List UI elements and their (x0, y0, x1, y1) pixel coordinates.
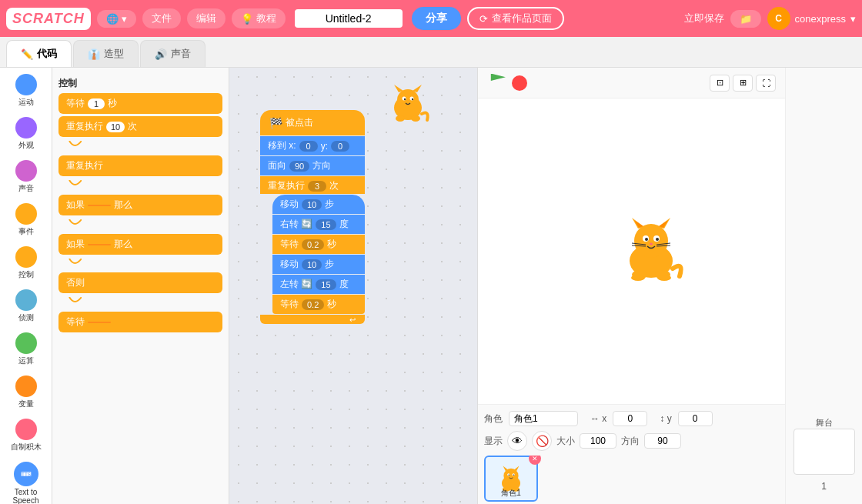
move2-val[interactable]: 10 (302, 259, 322, 270)
block-categories: 运动 外观 声音 事件 控制 侦测 运算 变量 (0, 68, 52, 504)
stage-right-controls (792, 74, 856, 105)
goto-y-val[interactable]: 0 (331, 141, 349, 152)
category-motion[interactable]: 运动 (2, 71, 50, 111)
view-project-button[interactable]: ⟳ 查看作品页面 (467, 7, 564, 30)
share-button[interactable]: 分享 (412, 7, 461, 30)
edit-menu[interactable]: 编辑 (187, 8, 226, 28)
wait-condition[interactable] (88, 322, 111, 323)
sprite-name-row: 角色 ↔ x ↕ y (484, 411, 779, 426)
category-operators[interactable]: 运算 (2, 329, 50, 369)
category-control[interactable]: 控制 (2, 243, 50, 283)
sb-move2[interactable]: 移动 10 步 (272, 255, 365, 274)
sb-turn-left[interactable]: 左转 🔄 15 度 (272, 275, 365, 294)
show-eye-button[interactable]: 👁 (507, 431, 527, 451)
tab-costume-label: 造型 (104, 47, 124, 61)
block-wait-until[interactable]: 等待 (58, 312, 222, 332)
if-else-condition[interactable] (88, 244, 111, 245)
svg-point-36 (508, 474, 510, 476)
svg-point-20 (656, 238, 659, 241)
block-repeat[interactable]: 重复执行 10 次 (58, 116, 222, 137)
size-input[interactable] (580, 433, 616, 449)
hide-button[interactable]: 🚫 (532, 431, 552, 451)
file-menu[interactable]: 文件 (142, 8, 181, 28)
motion-circle (15, 74, 37, 95)
if-condition[interactable] (88, 205, 111, 206)
category-custom-label: 自制积木 (11, 442, 42, 452)
scratch-logo: SCRATCH (6, 8, 91, 30)
block-if[interactable]: 如果 那么 (58, 195, 222, 215)
wait-val[interactable]: 1 (88, 98, 105, 109)
stage-normal-btn[interactable]: ⊞ (733, 75, 753, 92)
sb-wait1[interactable]: 等待 0.2 秒 (272, 235, 365, 254)
tab-sound[interactable]: 🔊 声音 (140, 40, 205, 67)
green-flag-button[interactable] (487, 74, 506, 92)
x-coord-input[interactable] (613, 411, 647, 426)
category-variables[interactable]: 变量 (2, 372, 50, 412)
refresh-icon: ⟳ (479, 13, 488, 25)
when-flag-label: 被点击 (286, 116, 313, 129)
face-label: 面向 (268, 159, 286, 172)
goto-x-val[interactable]: 0 (299, 141, 318, 152)
tutorial-btn[interactable]: 💡 教程 (232, 8, 286, 28)
variables-circle (15, 375, 37, 397)
sb-move1[interactable]: 移动 10 步 (272, 195, 365, 214)
project-title-input[interactable] (295, 9, 403, 28)
category-sound[interactable]: 声音 (2, 157, 50, 197)
sb-goto-xy[interactable]: 移到 x: 0 y: 0 (260, 136, 365, 155)
block-wait[interactable]: 等待 1 秒 (58, 93, 222, 114)
category-tts[interactable]: TTS Text to Speech (2, 459, 50, 504)
repeat-val[interactable]: 10 (106, 122, 125, 132)
face-dir-val[interactable]: 90 (289, 161, 309, 172)
sb-turn-right[interactable]: 右转 🔄 15 度 (272, 215, 365, 234)
save-button[interactable]: 立即保存 (684, 12, 724, 25)
file-label: 文件 (152, 12, 172, 25)
sb-wait2[interactable]: 等待 0.2 秒 (272, 295, 365, 314)
stage-fullscreen-btn[interactable]: ⛶ (756, 75, 776, 92)
sprite-1-label: 角色1 (486, 488, 536, 499)
control-circle (15, 246, 37, 268)
wait2-val[interactable]: 0.2 (302, 299, 324, 310)
move1-val[interactable]: 10 (302, 199, 322, 210)
block-forever[interactable]: 重复执行 (58, 155, 222, 176)
stage-canvas[interactable] (478, 98, 785, 404)
tab-costume[interactable]: 👔 造型 (73, 40, 139, 67)
dir-input[interactable] (644, 433, 681, 449)
turn-l-val[interactable]: 15 (316, 279, 336, 290)
y-coord-input[interactable] (678, 411, 713, 426)
view-label: 查看作品页面 (492, 12, 552, 25)
category-control-label: 控制 (18, 269, 34, 280)
block-if-else[interactable]: 如果 那么 (58, 234, 222, 255)
sprite-thumb-1[interactable]: ✕ 角色1 (484, 456, 538, 502)
sprite-props-row: 显示 👁 🚫 大小 方向 (484, 431, 779, 451)
tab-code[interactable]: ✏️ 代码 (6, 40, 72, 67)
block-else[interactable]: 否则 (58, 272, 222, 293)
category-sensing[interactable]: 侦测 (2, 286, 50, 326)
globe-menu[interactable]: 🌐 ▾ (97, 10, 136, 28)
repeat-unit: 次 (128, 120, 137, 133)
folder-button[interactable]: 📁 (730, 10, 761, 28)
category-variables-label: 变量 (18, 399, 34, 409)
turn-r-val[interactable]: 15 (316, 219, 336, 230)
stage-small-btn[interactable]: ⊡ (710, 75, 730, 92)
sprite-name-input[interactable] (509, 411, 578, 426)
stage-area: ⊡ ⊞ ⛶ (477, 68, 785, 504)
wait1-val[interactable]: 0.2 (302, 239, 324, 250)
stop-button[interactable] (512, 75, 527, 91)
repeat3-val[interactable]: 3 (308, 181, 326, 192)
looks-circle (15, 117, 37, 139)
background-thumb[interactable] (794, 429, 855, 475)
repeat-label: 重复执行 (66, 120, 103, 133)
sb-face-dir[interactable]: 面向 90 方向 (260, 156, 365, 175)
sb-when-flag[interactable]: 🏁 被点击 (260, 110, 365, 135)
category-events[interactable]: 事件 (2, 200, 50, 240)
background-label: 舞台 (816, 418, 833, 427)
category-looks[interactable]: 外观 (2, 114, 50, 154)
script-area[interactable]: 🏁 被点击 移到 x: 0 y: 0 面向 90 方向 重复执行 3 次 (229, 68, 477, 504)
sprite-delete-btn[interactable]: ✕ (529, 456, 541, 465)
wait-until-label: 等待 (66, 315, 85, 329)
svg-point-9 (396, 115, 405, 122)
category-custom[interactable]: 自制积木 (2, 416, 50, 456)
events-circle (15, 203, 37, 225)
sb-repeat-top[interactable]: 重复执行 3 次 (260, 176, 365, 194)
if-then: 那么 (114, 199, 132, 212)
